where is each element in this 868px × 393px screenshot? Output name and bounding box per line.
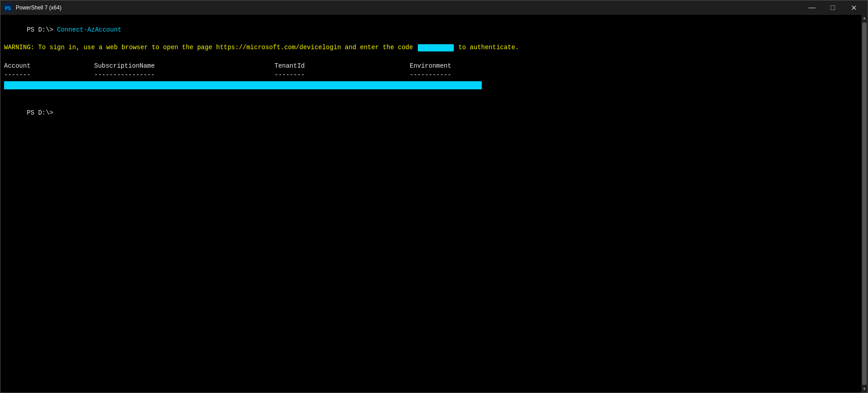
window-title: PowerShell 7 (x64) [16,5,61,11]
col-header-environment: Environment [410,62,545,71]
warning-text-suffix: to authenticate. [455,43,519,52]
warning-text-prefix: WARNING: To sign in, use a web browser t… [4,43,417,52]
col-dashes-environment: ----------- [410,71,545,80]
scroll-down-arrow[interactable]: ▼ [862,386,867,393]
svg-text:PS: PS [5,5,11,11]
table-header-row: Account SubscriptionName TenantId Enviro… [4,62,864,71]
prompt-1: PS D:\> [27,26,57,33]
powershell-window: PS PowerShell 7 (x64) — □ ✕ PS D:\> Conn… [0,0,868,393]
empty-line-2 [4,91,864,100]
col-header-account: Account [4,62,94,71]
command-line: PS D:\> Connect-AzAccount [4,17,864,43]
terminal-body[interactable]: PS D:\> Connect-AzAccount WARNING: To si… [0,15,868,393]
col-dashes-subscription: ---------------- [94,71,274,80]
data-bar-row [4,81,864,89]
col-dashes-tenant: -------- [274,71,410,80]
ps-icon: PS [4,4,12,12]
prompt-line-2: PS D:\> [4,100,864,127]
titlebar-controls: — □ ✕ [802,0,864,15]
scrollbar[interactable]: ▲ ▼ [861,15,868,393]
auth-code-highlight [418,44,454,51]
minimize-button[interactable]: — [802,0,822,15]
close-button[interactable]: ✕ [843,0,864,15]
scroll-up-arrow[interactable]: ▲ [862,15,867,22]
table-dashes-row: ------- ---------------- -------- ------… [4,71,864,80]
col-dashes-account: ------- [4,71,94,80]
scroll-thumb[interactable] [862,23,867,385]
col-header-subscription: SubscriptionName [94,62,274,71]
titlebar-left: PS PowerShell 7 (x64) [4,4,61,12]
command-text: Connect-AzAccount [57,26,122,33]
prompt-2: PS D:\> [27,109,53,116]
warning-line: WARNING: To sign in, use a web browser t… [4,43,864,52]
cyan-data-bar [4,81,482,89]
col-header-tenant: TenantId [274,62,410,71]
maximize-button[interactable]: □ [822,0,843,15]
titlebar: PS PowerShell 7 (x64) — □ ✕ [0,0,868,15]
empty-line-1 [4,52,864,61]
